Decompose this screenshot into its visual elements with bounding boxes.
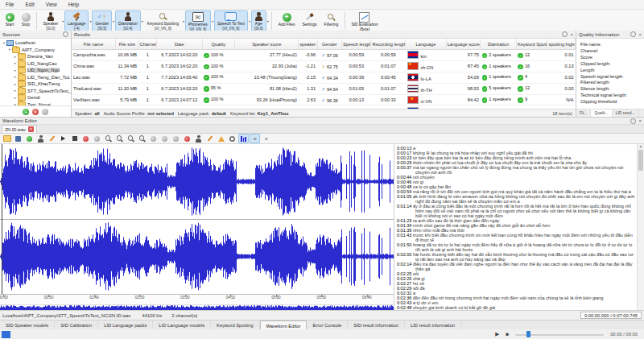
quality-tab-fil[interactable]: Fil... (576, 110, 591, 117)
gender-button[interactable]: ♂♀Gender[SI,5] (92, 10, 112, 31)
nav-prev-icon[interactable] (159, 134, 170, 143)
dropdown-arrow[interactable]: ▾ (183, 19, 184, 23)
phonemes-button[interactable]: [k]Phonemes[VI_VN_6] (185, 10, 211, 31)
dropdown-arrow[interactable]: ▾ (89, 19, 91, 23)
zoom-selection-icon[interactable] (126, 134, 136, 143)
waveform-timeline[interactable]: 00:0000:5001:4002:3003:2004:1005:0005:50… (0, 294, 394, 305)
col-language[interactable]: Language (406, 39, 447, 50)
play-icon[interactable] (58, 134, 68, 143)
col-file-size[interactable]: File size (116, 39, 138, 50)
pin-icon[interactable] (630, 118, 636, 124)
transcript-line[interactable]: 0:00:37 mà tại ngang người lân chân chủ … (397, 165, 636, 175)
col-speaker-score[interactable]: Speaker score (235, 39, 299, 50)
col-diarization[interactable]: Diarization (481, 39, 517, 50)
dropdown-arrow[interactable]: ▾ (267, 19, 269, 23)
table-row[interactable]: China.wav11.34 MB16.7.2023 14:02:20✓100 … (72, 60, 576, 72)
keyword-spotting-button[interactable]: Keyword Spotting[VI_VN_6] (144, 10, 182, 31)
dropdown-arrow[interactable]: ▾ (113, 19, 114, 23)
split-speaker-icon[interactable] (193, 134, 204, 143)
tree-item-stt-speechtotext-nc[interactable]: ▸STT_SpeechToText_NC (0, 88, 71, 95)
table-row[interactable]: ThaiLand.wav11.20 MB16.7.2023 14:02:20✓9… (72, 83, 576, 94)
start-button[interactable]: ▶Start (2, 10, 18, 31)
zoom-out-icon[interactable] (114, 134, 125, 143)
transcript-line[interactable]: 0:02:00 hài hước thương biết dần tay hai… (397, 252, 636, 262)
view-waveform-icon[interactable] (238, 134, 249, 143)
tree-item-lid-nangcao[interactable]: ▸LID_NangCao (0, 60, 71, 68)
tree-item-sid-khactieng[interactable]: ▸SID_KhacTieng (0, 81, 71, 88)
tree-item-localhost[interactable]: ▾Localhost (0, 39, 71, 47)
stop-button[interactable]: Stop (19, 10, 34, 31)
table-row[interactable]: Lao.wav7.72 MB17.7.2023 14:05:40✓100 %10… (72, 72, 576, 83)
close-icon[interactable]: × (638, 118, 642, 123)
settings-button[interactable]: Settings (299, 10, 320, 31)
menu-file[interactable]: File (0, 2, 19, 7)
language-button[interactable]: Language[-4] (64, 10, 89, 31)
quality-tab-qualit[interactable]: Qualit... (591, 110, 612, 117)
col-speech-length[interactable]: Speech length (342, 39, 371, 50)
waveform-canvas[interactable] (0, 144, 394, 294)
table-row[interactable]: Campuchia.wav10.06 MB16.7.2023 14:02:20✓… (72, 50, 576, 61)
marker-icon[interactable] (47, 134, 57, 143)
export-icon[interactable] (13, 134, 23, 143)
col-channel[interactable]: Channel (138, 39, 156, 50)
transcript-scrollbar[interactable]: ▲ ▼ (637, 144, 644, 313)
transcript-line[interactable]: 0:01:14 ấy ở đâu ai cũng biết đấu là một… (397, 204, 636, 218)
tree-item-dieutra-van[interactable]: ▸Dieutra_Van (0, 53, 71, 60)
close-icon[interactable]: × (638, 32, 642, 37)
col-spotting-highest[interactable]: spotting highest: (547, 39, 576, 50)
seek-slider[interactable] (515, 331, 604, 338)
file-tab[interactable]: 2N.ID.wav × (2, 125, 37, 133)
remove-source-button[interactable]: × (32, 109, 39, 115)
add-source-button[interactable]: + (23, 109, 29, 115)
transcript-line[interactable]: 0:01:50 hoang dã tự do tự lo hai ngày mộ… (397, 242, 636, 252)
dropdown-arrow[interactable]: ▾ (249, 19, 250, 23)
col-quality[interactable]: Quality (202, 39, 235, 50)
view-list-icon[interactable]: ≡ (261, 134, 271, 143)
record-icon[interactable] (80, 134, 91, 143)
col-file-name[interactable]: File name (72, 39, 116, 50)
dropdown-arrow[interactable]: ▾ (142, 19, 143, 23)
speaker-button[interactable]: Speaker[SI,0] (40, 10, 62, 31)
tree-item-aipt-company[interactable]: ▾AIPT_Company (0, 47, 71, 54)
table-row[interactable]: VietNam.wav5.79 MB16.7.2023 14:07:12✓100… (72, 94, 576, 105)
transcript-line[interactable]: 0:02:14 điều tra đạo tuyển đã viết đám n… (397, 262, 636, 271)
stop-button[interactable]: ■ (506, 330, 509, 338)
speech-to-text-button[interactable]: Speech To Text[VI_VN_6] (214, 10, 248, 31)
transcript-line[interactable]: 0:01:05 ạk tình hình đang bi viên amazon… (397, 194, 636, 204)
close-file-icon[interactable]: × (28, 126, 34, 132)
record-enable-icon[interactable] (24, 134, 35, 143)
tree-item-lid-ngon-ngu[interactable]: ▸LID_Ngon_Ngu (0, 67, 71, 74)
clear-icon[interactable] (182, 134, 192, 143)
zoom-in-icon[interactable] (103, 134, 114, 143)
filtering-button[interactable]: Filtering (321, 10, 342, 31)
quality-tab-lid-resul[interactable]: LID resul... (613, 110, 639, 117)
menu-edit[interactable]: Edit (19, 2, 39, 7)
view-text-icon[interactable]: ≡ (250, 134, 260, 143)
col-recording-length[interactable]: Recording length (371, 39, 406, 50)
pin-icon[interactable] (63, 31, 68, 37)
pin-icon[interactable] (630, 31, 636, 37)
loop-icon[interactable] (92, 134, 102, 143)
scroll-up-icon[interactable]: ▲ (639, 144, 642, 148)
close-icon[interactable]: × (570, 32, 573, 37)
transcript-line[interactable]: 0:01:43 trước khi biết đầu chương trình … (397, 233, 636, 242)
menu-help[interactable]: Help (63, 2, 85, 7)
scrollbar-thumb[interactable] (638, 150, 643, 171)
dropdown-arrow[interactable]: ▾ (62, 19, 64, 23)
col-speaker-ll[interactable]: speaker LL (299, 39, 317, 50)
play-button[interactable]: ▶ (495, 330, 499, 338)
col-date[interactable]: Date (156, 39, 202, 50)
sid-evaluation-button[interactable]: SID Evaluation(Beta) (348, 10, 381, 31)
stop-icon[interactable] (69, 134, 80, 143)
col-language-score[interactable]: Language score (446, 39, 481, 50)
slider-thumb[interactable] (526, 331, 530, 337)
tree-item-lid-tieng-dan-toc[interactable]: ▸LID_Tieng_Dan_Toc (0, 74, 71, 81)
nav-first-icon[interactable] (148, 134, 159, 143)
dropdown-arrow[interactable]: ▾ (212, 19, 213, 23)
nav-next-icon[interactable] (171, 134, 181, 143)
pin-icon[interactable] (562, 31, 568, 37)
cursor-select-icon[interactable] (35, 134, 46, 143)
settings-gear-icon[interactable] (227, 134, 237, 143)
age-button[interactable]: Age[SI,6] (251, 10, 266, 31)
tree-item-gendr[interactable]: ▸Gendr (0, 94, 71, 101)
